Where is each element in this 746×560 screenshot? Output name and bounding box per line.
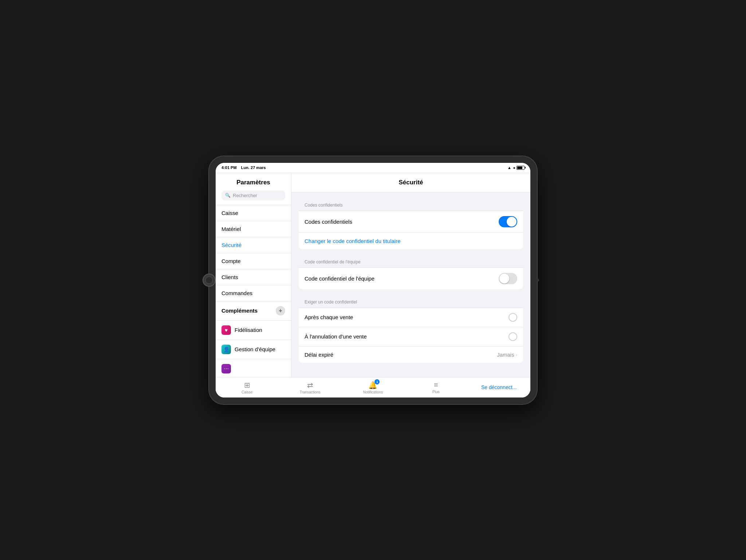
status-time: 4:01 PM bbox=[221, 165, 237, 170]
code-equipe-label: Code confidentiel de l'équipe bbox=[305, 275, 374, 282]
codes-confidentiels-section: Codes confidentiels Codes confidentiels … bbox=[299, 200, 523, 249]
search-box[interactable]: 🔍 Rechercher bbox=[221, 191, 285, 200]
status-time-date: 4:01 PM Lun. 27 mars bbox=[221, 165, 266, 170]
changer-code-row[interactable]: Changer le code confidentiel du titulair… bbox=[299, 233, 523, 249]
section-header-equipe: Code confidentiel de l'équipe bbox=[299, 256, 523, 268]
tab-caisse-label: Caisse bbox=[242, 390, 253, 394]
apres-chaque-vente-radio[interactable] bbox=[509, 313, 517, 322]
complements-label: Compléments bbox=[221, 308, 258, 314]
rear-camera bbox=[536, 279, 539, 282]
home-button-inner bbox=[205, 277, 213, 284]
disconnect-button[interactable]: Se déconnect... bbox=[467, 384, 530, 390]
tab-plus[interactable]: ≡ Plus bbox=[404, 381, 467, 394]
signal-icon: ◂ bbox=[513, 165, 515, 170]
search-icon: 🔍 bbox=[225, 193, 231, 198]
sidebar-title: Paramètres bbox=[221, 179, 285, 186]
tab-transactions[interactable]: ⇄ Transactions bbox=[279, 381, 342, 394]
main-content: Sécurité Codes confidentiels Codes confi… bbox=[291, 173, 530, 377]
tab-notifications[interactable]: 🔔 1 Notifications bbox=[342, 381, 405, 394]
tab-notifications-label: Notifications bbox=[363, 390, 383, 394]
sidebar-nav: Caisse Matériel Sécurité Compte Clients bbox=[216, 205, 291, 377]
wifi-icon: ▲ bbox=[507, 165, 511, 170]
home-button[interactable] bbox=[203, 274, 216, 287]
section-header-codes: Codes confidentiels bbox=[299, 200, 523, 211]
toggle-thumb bbox=[507, 217, 517, 227]
app-container: Paramètres 🔍 Rechercher Caisse Matériel bbox=[216, 173, 530, 398]
more-icon: ⋯ bbox=[221, 364, 231, 373]
tab-plus-label: Plus bbox=[432, 390, 439, 394]
notification-badge: 1 bbox=[374, 379, 380, 384]
sidebar-item-gestion-equipe[interactable]: 👤 Gestion d'équipe bbox=[216, 340, 291, 359]
sidebar-item-commandes[interactable]: Commandes bbox=[216, 285, 291, 301]
battery-fill bbox=[517, 167, 522, 169]
apres-chaque-vente-row[interactable]: Après chaque vente bbox=[299, 308, 523, 327]
toggle-thumb-equipe bbox=[499, 274, 509, 283]
device-frame: 4:01 PM Lun. 27 mars ▲ ◂ Paramètres bbox=[209, 156, 537, 404]
delai-expire-label: Délai expiré bbox=[305, 352, 333, 358]
main-title: Sécurité bbox=[299, 179, 523, 186]
delai-expire-value: Jamais › bbox=[497, 352, 517, 358]
section-header-exiger: Exiger un code confidentiel bbox=[299, 297, 523, 308]
sidebar-header: Paramètres 🔍 Rechercher bbox=[216, 173, 291, 205]
sidebar-item-caisse[interactable]: Caisse bbox=[216, 205, 291, 221]
sidebar-item-clients[interactable]: Clients bbox=[216, 269, 291, 285]
sidebar-item-securite[interactable]: Sécurité bbox=[216, 237, 291, 253]
main-header: Sécurité bbox=[291, 173, 530, 192]
tab-transactions-label: Transactions bbox=[300, 390, 321, 394]
battery-icon bbox=[517, 166, 525, 170]
plus-icon: ≡ bbox=[434, 381, 438, 389]
sidebar-complements-header[interactable]: Compléments + bbox=[216, 301, 291, 321]
fidelisation-label: Fidélisation bbox=[235, 327, 262, 333]
tab-bar: ⊞ Caisse ⇄ Transactions 🔔 1 Notification… bbox=[216, 377, 530, 398]
search-placeholder: Rechercher bbox=[233, 193, 257, 198]
annulation-vente-row[interactable]: À l'annulation d'une vente bbox=[299, 327, 523, 346]
code-equipe-row: Code confidentiel de l'équipe bbox=[299, 268, 523, 289]
sidebar-item-compte[interactable]: Compte bbox=[216, 253, 291, 269]
status-bar: 4:01 PM Lun. 27 mars ▲ ◂ bbox=[216, 163, 530, 173]
exiger-code-section: Exiger un code confidentiel Après chaque… bbox=[299, 297, 523, 363]
apres-chaque-vente-label: Après chaque vente bbox=[305, 314, 353, 320]
codes-confidentiels-row: Codes confidentiels bbox=[299, 211, 523, 233]
notifications-icon: 🔔 1 bbox=[368, 381, 377, 389]
annulation-vente-radio[interactable] bbox=[509, 332, 517, 341]
main-scroll: Codes confidentiels Codes confidentiels … bbox=[291, 192, 530, 377]
sidebar-item-more[interactable]: ⋯ bbox=[216, 359, 291, 377]
caisse-icon: ⊞ bbox=[244, 381, 250, 389]
fidelisation-icon: ♥ bbox=[221, 325, 231, 335]
sidebar: Paramètres 🔍 Rechercher Caisse Matériel bbox=[216, 173, 291, 377]
code-equipe-toggle[interactable] bbox=[499, 273, 517, 284]
changer-code-link[interactable]: Changer le code confidentiel du titulair… bbox=[305, 238, 401, 244]
gestion-equipe-icon: 👤 bbox=[221, 345, 231, 354]
status-date: Lun. 27 mars bbox=[241, 165, 266, 170]
delai-expire-row[interactable]: Délai expiré Jamais › bbox=[299, 346, 523, 363]
status-icons: ▲ ◂ bbox=[507, 165, 525, 170]
gestion-equipe-label: Gestion d'équipe bbox=[235, 346, 275, 352]
code-equipe-section: Code confidentiel de l'équipe Code confi… bbox=[299, 256, 523, 289]
codes-confidentiels-toggle[interactable] bbox=[499, 216, 517, 227]
sidebar-item-fidelisation[interactable]: ♥ Fidélisation bbox=[216, 321, 291, 340]
add-complement-button[interactable]: + bbox=[276, 306, 285, 316]
screen: 4:01 PM Lun. 27 mars ▲ ◂ Paramètres bbox=[216, 163, 530, 398]
tab-caisse[interactable]: ⊞ Caisse bbox=[216, 381, 279, 394]
annulation-vente-label: À l'annulation d'une vente bbox=[305, 333, 367, 340]
content-area: Paramètres 🔍 Rechercher Caisse Matériel bbox=[216, 173, 530, 377]
codes-confidentiels-label: Codes confidentiels bbox=[305, 219, 352, 225]
chevron-icon: › bbox=[516, 352, 517, 357]
sidebar-item-materiel[interactable]: Matériel bbox=[216, 221, 291, 237]
transactions-icon: ⇄ bbox=[307, 381, 313, 389]
